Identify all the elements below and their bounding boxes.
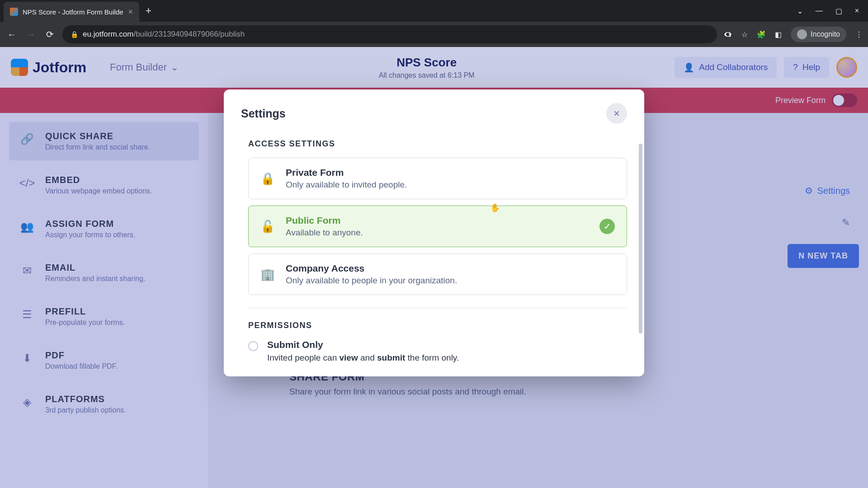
sidebar-item-embed[interactable]: </> EMBEDVarious webpage embed options.: [9, 166, 199, 204]
sidebar-item-label: ASSIGN FORM: [45, 219, 135, 229]
permission-title: Submit Only: [267, 339, 459, 350]
radio-icon: [248, 341, 258, 351]
sidebar-item-label: PDF: [45, 350, 118, 361]
forward-button[interactable]: →: [24, 29, 37, 40]
scrollbar[interactable]: [639, 144, 642, 333]
permissions-label: PERMISSIONS: [248, 321, 627, 330]
sidebar-item-email[interactable]: ✉ EMAILReminders and instant sharing.: [9, 253, 199, 292]
divider: [248, 308, 627, 308]
help-icon: ?: [793, 62, 798, 72]
sidebar-item-label: EMBED: [45, 175, 152, 185]
settings-modal: Settings × ACCESS SETTINGS 🔒 Private For…: [224, 89, 644, 376]
modal-title: Settings: [241, 107, 286, 120]
incognito-badge[interactable]: Incognito: [791, 27, 846, 42]
window-controls: ⌄ — ▢ ×: [797, 7, 864, 15]
star-icon[interactable]: ☆: [741, 30, 748, 39]
chevron-down-icon: ⌄: [170, 61, 179, 73]
favicon: [10, 8, 18, 16]
option-title: Company Access: [286, 263, 457, 274]
settings-button[interactable]: ⚙ Settings: [805, 185, 850, 196]
back-button[interactable]: ←: [5, 29, 18, 40]
user-plus-icon: 👤: [684, 62, 694, 73]
mail-icon: ✉: [19, 263, 35, 279]
sidebar-item-pdf[interactable]: ⬇ PDFDownload fillable PDF.: [9, 341, 199, 380]
list-icon: ☰: [19, 306, 35, 323]
permission-desc: Invited people can view and submit the f…: [267, 353, 459, 363]
option-title: Private Form: [286, 167, 407, 178]
eye-off-icon[interactable]: 👁‍🗨: [723, 30, 732, 39]
browser-tab-strip: NPS Score - Jotform Form Builde × + ⌄ — …: [0, 0, 868, 22]
option-desc: Available to anyone.: [286, 228, 363, 238]
help-button[interactable]: ? Help: [784, 57, 829, 78]
sidebar-item-label: EMAIL: [45, 263, 145, 273]
tab-close-icon[interactable]: ×: [128, 7, 133, 17]
address-bar[interactable]: 🔒 eu.jotform.com/build/231394094879066/p…: [62, 25, 717, 43]
sidebar-item-prefill[interactable]: ☰ PREFILLPre-populate your forms.: [9, 297, 199, 336]
tab-title: NPS Score - Jotform Form Builde: [23, 8, 123, 16]
sidebar-item-label: PREFILL: [45, 306, 125, 317]
layers-icon: ◈: [19, 394, 35, 410]
dropdown-icon[interactable]: ⌄: [797, 7, 803, 15]
menu-icon[interactable]: ⋮: [855, 30, 863, 39]
sidebar-item-label: PLATFORMS: [45, 394, 126, 404]
preview-form-label: Preview Form: [775, 96, 826, 105]
option-public-form[interactable]: 🔓 Public Form Available to anyone. ✓: [248, 206, 627, 247]
option-title: Public Form: [286, 215, 363, 226]
share-form-desc: Share your form link in various social p…: [289, 387, 526, 397]
save-status: All changes saved at 6:13 PM: [189, 71, 665, 80]
sidebar-item-platforms[interactable]: ◈ PLATFORMS3rd party publish options.: [9, 385, 199, 423]
option-private-form[interactable]: 🔒 Private Form Only available to invited…: [248, 158, 627, 199]
lock-icon: 🔒: [71, 31, 78, 38]
gear-icon: ⚙: [805, 185, 813, 196]
browser-tab[interactable]: NPS Score - Jotform Form Builde ×: [4, 2, 139, 22]
access-settings-label: ACCESS SETTINGS: [248, 139, 627, 149]
extensions-icon[interactable]: 🧩: [757, 30, 766, 39]
download-icon: ⬇: [19, 350, 35, 366]
app-header: Jotform Form Builder ⌄ NPS Score All cha…: [0, 47, 868, 88]
option-company-access[interactable]: 🏢 Company Access Only available to peopl…: [248, 253, 627, 295]
permission-submit-only[interactable]: Submit Only Invited people can view and …: [248, 339, 627, 363]
publish-sidebar: 🔗 QUICK SHAREDirect form link and social…: [0, 113, 208, 488]
incognito-icon: [797, 29, 807, 39]
sidepanel-icon[interactable]: ◧: [775, 30, 782, 39]
new-tab-button[interactable]: +: [146, 5, 151, 17]
option-desc: Only available to invited people.: [286, 180, 407, 190]
sidebar-item-assign[interactable]: 👥 ASSIGN FORMAssign your forms to others…: [9, 210, 199, 248]
form-builder-dropdown[interactable]: Form Builder ⌄: [110, 61, 179, 73]
open-new-tab-button[interactable]: N NEW TAB: [788, 244, 859, 268]
form-title[interactable]: NPS Score: [189, 56, 665, 70]
close-window-icon[interactable]: ×: [855, 7, 859, 15]
logo[interactable]: Jotform: [11, 59, 86, 76]
option-desc: Only available to people in your organiz…: [286, 276, 457, 286]
code-icon: </>: [19, 175, 35, 191]
building-icon: 🏢: [260, 267, 275, 282]
add-collaborators-button[interactable]: 👤 Add Collaborators: [675, 57, 777, 78]
link-icon: 🔗: [19, 131, 35, 147]
logo-text: Jotform: [33, 59, 86, 76]
sidebar-item-label: QUICK SHARE: [45, 131, 150, 141]
logo-mark: [11, 59, 28, 76]
close-icon: ×: [613, 107, 620, 120]
maximize-icon[interactable]: ▢: [835, 7, 842, 15]
sidebar-item-quick-share[interactable]: 🔗 QUICK SHAREDirect form link and social…: [9, 122, 199, 160]
check-icon: ✓: [599, 219, 615, 234]
unlock-icon: 🔓: [260, 219, 275, 234]
users-icon: 👥: [19, 219, 35, 235]
browser-toolbar: ← → ⟳ 🔒 eu.jotform.com/build/23139409487…: [0, 22, 868, 47]
close-button[interactable]: ×: [606, 103, 627, 124]
edit-icon[interactable]: ✎: [842, 217, 850, 229]
reload-button[interactable]: ⟳: [43, 29, 56, 40]
url-text: eu.jotform.com/build/231394094879066/pub…: [83, 30, 245, 39]
minimize-icon[interactable]: —: [816, 7, 823, 15]
lock-icon: 🔒: [260, 171, 275, 186]
preview-toggle[interactable]: [832, 94, 857, 107]
avatar[interactable]: [836, 57, 857, 78]
